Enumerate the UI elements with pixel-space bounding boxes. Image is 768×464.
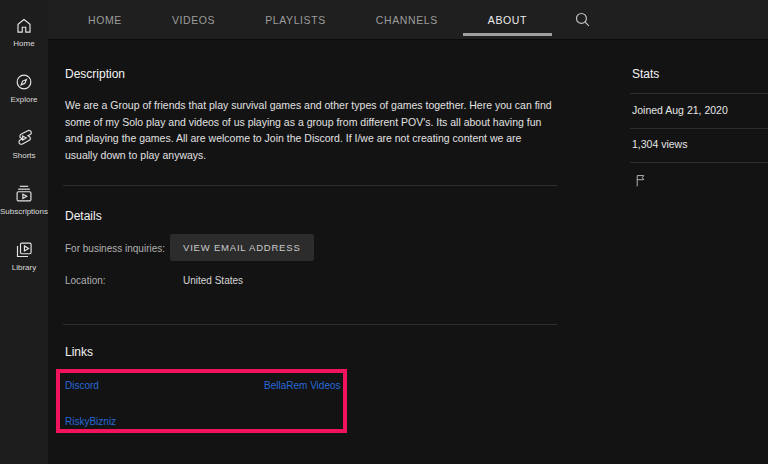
tab-channels[interactable]: CHANNELS: [351, 0, 463, 40]
sidebar-item-label: Home: [13, 39, 34, 48]
sidebar-item-library[interactable]: Library: [0, 240, 48, 296]
sidebar: Home Explore Shorts Subscriptions Librar…: [0, 0, 48, 464]
channel-search-button[interactable]: [574, 11, 592, 29]
details-heading: Details: [65, 209, 102, 223]
section-divider: [63, 185, 557, 186]
search-icon: [574, 11, 591, 28]
joined-date-text: Joined Aug 21, 2020: [632, 104, 728, 116]
sidebar-item-label: Explore: [10, 95, 37, 104]
location-value: United States: [183, 275, 243, 286]
shorts-icon: [14, 128, 34, 148]
channel-description-text: We are a Group of friends that play surv…: [65, 97, 575, 164]
sidebar-item-label: Library: [12, 263, 36, 272]
flag-icon: [633, 172, 649, 189]
location-label: Location:: [65, 275, 106, 286]
library-icon: [14, 240, 34, 260]
sidebar-item-subscriptions[interactable]: Subscriptions: [0, 184, 48, 240]
description-heading: Description: [65, 67, 125, 81]
section-divider: [63, 324, 557, 325]
sidebar-item-shorts[interactable]: Shorts: [0, 128, 48, 184]
home-icon: [14, 16, 34, 36]
tab-home[interactable]: HOME: [63, 0, 147, 40]
view-email-address-button[interactable]: VIEW EMAIL ADDRESS: [170, 234, 314, 261]
stats-divider: [630, 93, 768, 94]
view-count-text: 1,304 views: [632, 138, 687, 150]
business-inquiries-label: For business inquiries:: [65, 243, 165, 254]
link-bellarem-videos[interactable]: BellaRem Videos: [264, 380, 341, 391]
stats-divider: [630, 162, 768, 163]
annotation-highlight-box: Discord BellaRem Videos RiskyBizniz: [56, 369, 347, 433]
link-discord[interactable]: Discord: [65, 380, 99, 391]
tab-videos[interactable]: VIDEOS: [147, 0, 240, 40]
links-heading: Links: [65, 345, 93, 359]
link-riskybizniz[interactable]: RiskyBizniz: [65, 416, 116, 427]
channel-tab-bar: HOME VIDEOS PLAYLISTS CHANNELS ABOUT: [48, 0, 768, 40]
subscriptions-icon: [14, 184, 34, 204]
stats-heading: Stats: [632, 67, 659, 81]
tab-playlists[interactable]: PLAYLISTS: [240, 0, 351, 40]
sidebar-item-explore[interactable]: Explore: [0, 72, 48, 128]
stats-divider: [630, 128, 768, 129]
sidebar-item-label: Shorts: [12, 151, 35, 160]
report-channel-button[interactable]: [633, 172, 650, 190]
explore-icon: [14, 72, 34, 92]
youtube-channel-about-page: { "sidebar": { "items": [ {"icon": "home…: [0, 0, 768, 464]
sidebar-item-home[interactable]: Home: [0, 16, 48, 72]
tab-about[interactable]: ABOUT: [463, 0, 552, 40]
sidebar-item-label: Subscriptions: [0, 207, 48, 216]
